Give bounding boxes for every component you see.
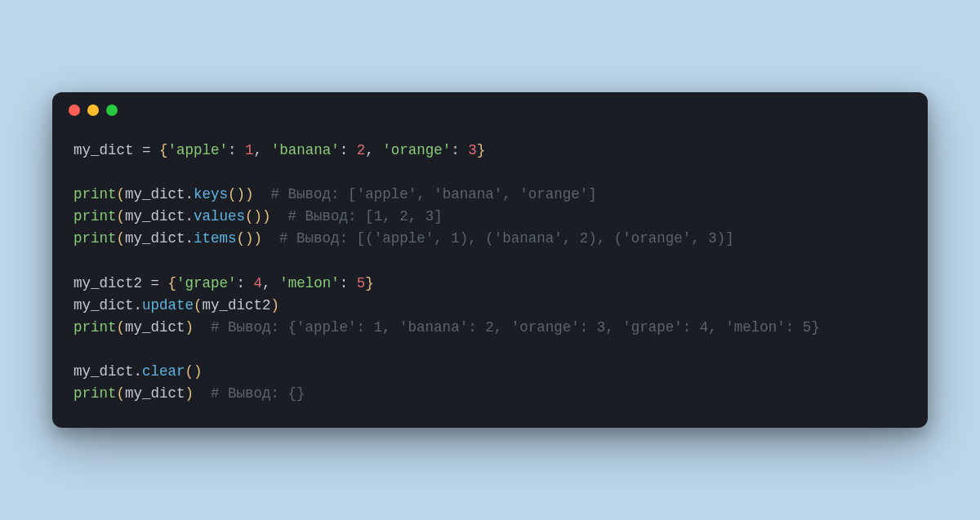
code-token: values bbox=[194, 208, 245, 224]
code-line: print(my_dict.keys()) # Вывод: ['apple',… bbox=[74, 184, 906, 206]
code-token: 'grape' bbox=[176, 275, 237, 291]
code-token: 2 bbox=[357, 142, 366, 158]
code-token: , bbox=[262, 275, 279, 291]
code-token: ) bbox=[262, 208, 271, 224]
code-token: { bbox=[168, 275, 177, 291]
code-line bbox=[74, 339, 906, 361]
code-token: ) bbox=[254, 230, 263, 247]
code-token: # Вывод: [('apple', 1), ('banana', 2), (… bbox=[279, 230, 734, 247]
code-token: : bbox=[451, 142, 468, 158]
code-token: my_dict. bbox=[125, 208, 194, 224]
code-token: 'orange' bbox=[382, 142, 451, 158]
code-token: items bbox=[194, 230, 237, 247]
code-token: ) bbox=[185, 319, 194, 336]
window-titlebar bbox=[52, 92, 928, 128]
code-token: 4 bbox=[254, 275, 263, 291]
code-token: } bbox=[365, 275, 374, 291]
code-line bbox=[74, 250, 906, 272]
code-token: ( bbox=[117, 385, 126, 402]
code-token: 1 bbox=[245, 142, 254, 158]
code-line: my_dict2 = {'grape': 4, 'melon': 5} bbox=[74, 273, 906, 295]
code-token: my_dict bbox=[74, 142, 142, 158]
code-token: ( bbox=[117, 230, 126, 247]
code-token: print bbox=[74, 319, 117, 336]
code-token bbox=[159, 275, 168, 291]
code-token: } bbox=[477, 142, 486, 158]
code-token: ( bbox=[117, 186, 126, 202]
code-token: my_dict. bbox=[125, 230, 194, 247]
code-token: () bbox=[237, 230, 254, 247]
code-token: : bbox=[228, 142, 245, 158]
code-token: keys bbox=[194, 186, 228, 202]
code-line: print(my_dict.items()) # Вывод: [('apple… bbox=[74, 228, 906, 250]
code-token: : bbox=[340, 142, 357, 158]
code-token: my_dict. bbox=[125, 186, 194, 202]
code-token: my_dict. bbox=[74, 363, 142, 380]
code-token bbox=[151, 142, 160, 158]
code-token: # Вывод: {} bbox=[211, 385, 305, 402]
code-line: print(my_dict) # Вывод: {'apple': 1, 'ba… bbox=[74, 317, 906, 339]
code-token: , bbox=[254, 142, 271, 158]
code-token: , bbox=[365, 142, 382, 158]
code-line: my_dict.clear() bbox=[74, 361, 906, 383]
code-token: ) bbox=[245, 186, 254, 202]
code-token: print bbox=[74, 208, 117, 224]
code-token bbox=[271, 208, 288, 224]
code-token: ) bbox=[185, 385, 194, 402]
code-window: my_dict = {'apple': 1, 'banana': 2, 'ora… bbox=[52, 92, 928, 429]
code-token bbox=[262, 230, 279, 247]
code-token: my_dict. bbox=[74, 297, 142, 313]
code-token: my_dict bbox=[125, 385, 185, 402]
code-token: print bbox=[74, 385, 117, 402]
code-token: # Вывод: {'apple': 1, 'banana': 2, 'oran… bbox=[211, 319, 820, 336]
code-token: : bbox=[340, 275, 357, 291]
minimize-icon[interactable] bbox=[87, 104, 99, 116]
code-token: { bbox=[159, 142, 168, 158]
code-token: ) bbox=[271, 297, 280, 313]
code-token: () bbox=[185, 363, 203, 380]
code-token: # Вывод: [1, 2, 3] bbox=[288, 208, 443, 224]
code-token: # Вывод: ['apple', 'banana', 'orange'] bbox=[271, 186, 597, 202]
code-token: 'melon' bbox=[279, 275, 340, 291]
close-icon[interactable] bbox=[69, 104, 80, 116]
code-token: () bbox=[228, 186, 245, 202]
code-token bbox=[194, 319, 211, 336]
code-token: 3 bbox=[468, 142, 477, 158]
maximize-icon[interactable] bbox=[106, 104, 118, 116]
code-token: () bbox=[245, 208, 262, 224]
code-token: = bbox=[151, 275, 160, 291]
code-line: print(my_dict.values()) # Вывод: [1, 2, … bbox=[74, 206, 906, 228]
code-content: my_dict = {'apple': 1, 'banana': 2, 'ora… bbox=[52, 128, 928, 429]
code-token: print bbox=[74, 186, 117, 202]
code-line: print(my_dict) # Вывод: {} bbox=[74, 383, 906, 405]
code-token: 'apple' bbox=[168, 142, 229, 158]
code-token: ( bbox=[117, 319, 126, 336]
code-token: 'banana' bbox=[271, 142, 340, 158]
code-token: my_dict2 bbox=[203, 297, 271, 313]
code-token: = bbox=[142, 142, 151, 158]
code-line: my_dict = {'apple': 1, 'banana': 2, 'ora… bbox=[74, 140, 906, 162]
code-token bbox=[254, 186, 271, 202]
code-token: ( bbox=[117, 208, 126, 224]
code-token: 5 bbox=[357, 275, 366, 291]
code-token: my_dict bbox=[125, 319, 185, 336]
code-token: update bbox=[142, 297, 194, 313]
code-token: print bbox=[74, 230, 117, 247]
code-line bbox=[74, 162, 906, 184]
code-token: ( bbox=[194, 297, 203, 313]
code-token bbox=[194, 385, 211, 402]
code-line: my_dict.update(my_dict2) bbox=[74, 295, 906, 317]
code-token: clear bbox=[142, 363, 185, 380]
code-token: my_dict2 bbox=[74, 275, 151, 291]
code-token: : bbox=[237, 275, 254, 291]
